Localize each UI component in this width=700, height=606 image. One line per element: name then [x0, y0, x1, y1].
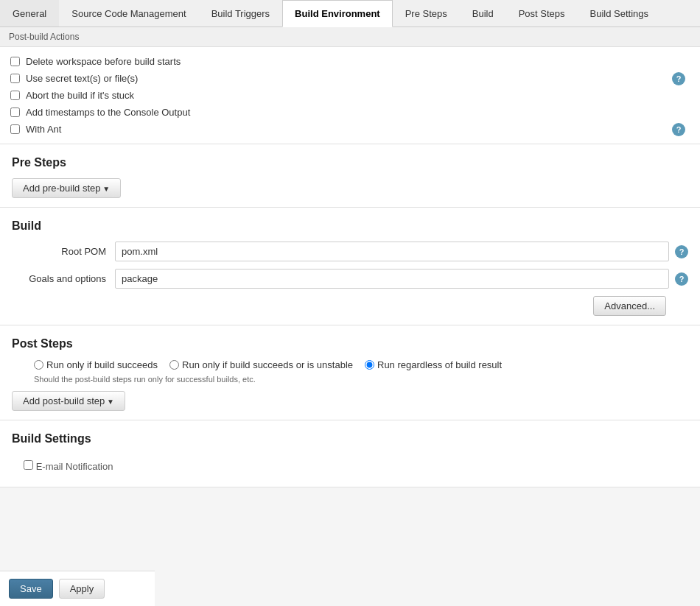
pre-steps-title: Pre Steps [12, 156, 688, 169]
checkbox-row-use-secret: Use secret text(s) or file(s) ? [9, 70, 691, 87]
tab-build[interactable]: Build [460, 0, 506, 27]
goals-label: Goals and options [12, 273, 115, 284]
tab-build-settings[interactable]: Build Settings [578, 0, 662, 27]
email-notification-label[interactable]: E-mail Notification [36, 461, 113, 472]
build-settings-section: Build Settings E-mail Notification [0, 420, 700, 487]
use-secret-checkbox[interactable] [10, 74, 20, 83]
post-build-actions-label: Post-build Actions [0, 27, 700, 47]
checkbox-row-delete-workspace: Delete workspace before build starts [9, 53, 691, 70]
main-content: Delete workspace before build starts Use… [0, 47, 700, 487]
goals-row: Goals and options ? [12, 269, 688, 289]
use-secret-label[interactable]: Use secret text(s) or file(s) [26, 73, 138, 84]
checkbox-row-abort-stuck: Abort the build if it's stuck [9, 87, 691, 104]
with-ant-help-icon[interactable]: ? [672, 123, 685, 136]
delete-workspace-checkbox[interactable] [10, 57, 20, 66]
tab-general[interactable]: General [0, 0, 59, 27]
checkbox-row-add-timestamps: Add timestamps to the Console Output [9, 104, 691, 121]
build-title: Build [12, 219, 688, 233]
email-notification-partial: E-mail Notification [12, 454, 688, 478]
build-settings-title: Build Settings [12, 432, 688, 445]
add-timestamps-checkbox[interactable] [10, 108, 20, 117]
use-secret-help-icon[interactable]: ? [672, 72, 685, 85]
add-post-build-step-button[interactable]: Add post-build step [12, 391, 125, 411]
delete-workspace-label[interactable]: Delete workspace before build starts [26, 56, 181, 67]
pre-steps-section: Pre Steps Add pre-build step [0, 144, 700, 208]
tab-source-code-management[interactable]: Source Code Management [59, 0, 198, 27]
run-always-label: Run regardless of build result [377, 359, 502, 370]
tab-bar: General Source Code Management Build Tri… [0, 0, 700, 27]
goals-help-icon[interactable]: ? [675, 272, 688, 286]
with-ant-checkbox[interactable] [10, 124, 20, 134]
run-success-option[interactable]: Run only if build succeeds [34, 359, 158, 370]
run-always-radio[interactable] [365, 360, 374, 370]
tab-pre-steps[interactable]: Pre Steps [393, 0, 460, 27]
add-timestamps-label[interactable]: Add timestamps to the Console Output [26, 107, 190, 118]
with-ant-label[interactable]: With Ant [26, 124, 61, 135]
build-environment-options: Delete workspace before build starts Use… [0, 47, 700, 144]
run-unstable-radio[interactable] [169, 360, 179, 370]
checkbox-row-with-ant: With Ant ? [9, 121, 691, 138]
advanced-row: Advanced... [12, 296, 688, 316]
add-pre-build-step-button[interactable]: Add pre-build step [12, 178, 121, 198]
root-pom-input[interactable] [115, 242, 669, 261]
run-success-radio[interactable] [34, 360, 43, 370]
run-success-label: Run only if build succeeds [46, 359, 158, 370]
tab-build-environment[interactable]: Build Environment [282, 0, 393, 27]
tab-build-triggers[interactable]: Build Triggers [199, 0, 282, 27]
root-pom-label: Root POM [12, 246, 115, 257]
run-unstable-label: Run only if build succeeds or is unstabl… [182, 359, 353, 370]
goals-input[interactable] [115, 269, 669, 289]
post-steps-section: Post Steps Run only if build succeeds Ru… [0, 325, 700, 420]
post-steps-radio-group: Run only if build succeeds Run only if b… [12, 359, 688, 370]
tab-post-steps[interactable]: Post Steps [506, 0, 578, 27]
root-pom-help-icon[interactable]: ? [675, 245, 688, 258]
email-notification-checkbox[interactable] [24, 460, 33, 470]
root-pom-row: Root POM ? [12, 242, 688, 261]
advanced-button[interactable]: Advanced... [593, 296, 666, 316]
run-unstable-option[interactable]: Run only if build succeeds or is unstabl… [169, 359, 353, 370]
post-steps-title: Post Steps [12, 337, 688, 350]
abort-stuck-checkbox[interactable] [10, 91, 20, 100]
abort-stuck-label[interactable]: Abort the build if it's stuck [26, 90, 134, 101]
run-always-option[interactable]: Run regardless of build result [365, 359, 502, 370]
build-section: Build Root POM ? Goals and options ? Adv… [0, 208, 700, 325]
post-steps-hint: Should the post-build steps run only for… [12, 375, 688, 384]
